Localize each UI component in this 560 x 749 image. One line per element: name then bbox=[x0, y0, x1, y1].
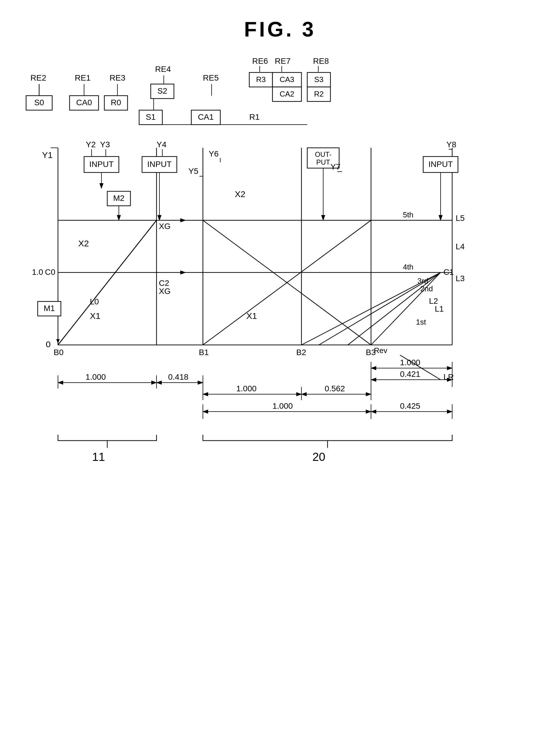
3rd-label: 3rd bbox=[417, 277, 428, 285]
re1-label: RE1 bbox=[75, 73, 90, 82]
s0-label: S0 bbox=[34, 98, 44, 107]
re4-label: RE4 bbox=[155, 65, 171, 73]
section-20-label: 20 bbox=[313, 450, 325, 463]
output-line2: PUT bbox=[316, 158, 330, 166]
2nd-label: 2nd bbox=[420, 284, 433, 293]
r2-label: R2 bbox=[314, 90, 323, 98]
5th-label: 5th bbox=[403, 210, 413, 219]
dim-0562: 0.562 bbox=[325, 384, 345, 393]
y4-label: Y4 bbox=[156, 140, 166, 149]
zero-label: 0 bbox=[46, 339, 51, 349]
b0-label: B0 bbox=[53, 348, 63, 357]
dim-1000-long: 1.000 bbox=[273, 402, 293, 410]
l3-label: L3 bbox=[456, 274, 465, 283]
r0-label: R0 bbox=[111, 98, 121, 107]
y5-label: Y5 bbox=[188, 167, 198, 176]
y8-label: Y8 bbox=[446, 140, 456, 149]
svg-line-54 bbox=[58, 220, 156, 345]
b1-label: B1 bbox=[199, 348, 209, 357]
c2-label: C2 bbox=[159, 279, 169, 287]
ca0-label: CA0 bbox=[76, 98, 92, 107]
input-left-label: INPUT bbox=[89, 160, 114, 169]
m1-label: M1 bbox=[44, 304, 55, 313]
l0-label: L0 bbox=[90, 297, 99, 306]
ca3-label: CA3 bbox=[280, 75, 295, 84]
l4-label: L4 bbox=[456, 242, 465, 251]
l1-label: L1 bbox=[435, 304, 444, 313]
re6-label: RE6 bbox=[252, 57, 268, 65]
dim-1000-mid: 1.000 bbox=[236, 384, 257, 393]
b2-label: B2 bbox=[296, 348, 306, 357]
section-11-label: 11 bbox=[92, 450, 105, 463]
rev-label: Rev bbox=[374, 346, 387, 355]
ca2-label: CA2 bbox=[280, 90, 295, 98]
output-line1: OUT- bbox=[315, 150, 331, 158]
re8-label: RE8 bbox=[313, 57, 329, 65]
c0-label: C0 bbox=[45, 268, 56, 277]
l5-label: L5 bbox=[456, 214, 465, 222]
x2-left-label: X2 bbox=[78, 239, 89, 248]
c1-label: C1 bbox=[444, 268, 454, 277]
dim-0421-top: 0.421 bbox=[400, 369, 420, 379]
y7-label: Y7 bbox=[330, 162, 340, 171]
m2-label: M2 bbox=[113, 194, 125, 202]
dim-1000-left: 1.000 bbox=[86, 372, 106, 382]
s2-label: S2 bbox=[157, 86, 167, 95]
y6-label: Y6 bbox=[209, 149, 219, 158]
xg-upper-label: XG bbox=[159, 222, 170, 231]
svg-line-60 bbox=[371, 273, 440, 345]
dim-1000-right: 1.000 bbox=[400, 358, 420, 367]
input-mid-label: INPUT bbox=[147, 160, 172, 169]
xg-lower-label: XG bbox=[159, 287, 170, 296]
input-right-label: INPUT bbox=[428, 160, 453, 169]
dim-0425: 0.425 bbox=[400, 402, 420, 410]
dim-0418: 0.418 bbox=[168, 372, 188, 382]
x2-main-label: X2 bbox=[235, 189, 245, 199]
y3-label: Y3 bbox=[100, 140, 110, 149]
re2-label: RE2 bbox=[30, 73, 46, 82]
y1-label: Y1 bbox=[42, 150, 53, 160]
ca1-label: CA1 bbox=[198, 112, 214, 122]
s3-label: S3 bbox=[314, 75, 323, 84]
1st-label: 1st bbox=[416, 318, 426, 326]
x1-main-label: X1 bbox=[246, 311, 257, 321]
diagram-svg: RE2 S0 RE1 CA0 RE3 R0 RE4 S2 S1 RE5 CA1 … bbox=[0, 0, 560, 749]
x1-left-label: X1 bbox=[90, 311, 101, 321]
re7-label: RE7 bbox=[275, 57, 290, 65]
re3-label: RE3 bbox=[110, 73, 125, 82]
s1-label: S1 bbox=[146, 112, 156, 122]
co-value-label: 1.0 bbox=[32, 268, 43, 277]
y2-label: Y2 bbox=[86, 140, 96, 149]
r1-label: R1 bbox=[249, 112, 260, 122]
4th-label: 4th bbox=[403, 263, 413, 271]
re5-label: RE5 bbox=[203, 73, 219, 82]
r3-label: R3 bbox=[256, 75, 265, 84]
